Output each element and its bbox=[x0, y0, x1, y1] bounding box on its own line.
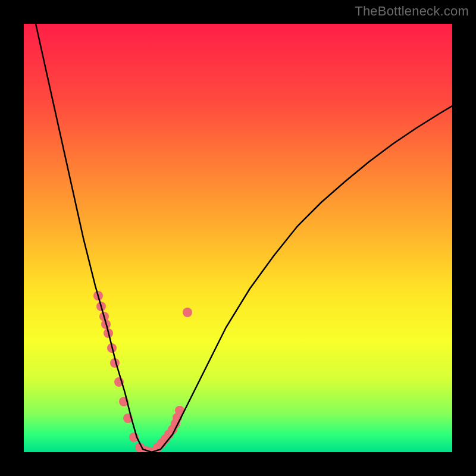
outer-frame: TheBottleneck.com bbox=[0, 0, 476, 476]
chart-svg bbox=[24, 24, 452, 452]
watermark-text: TheBottleneck.com bbox=[355, 4, 469, 19]
scatter-group bbox=[93, 291, 192, 452]
bottleneck-curve bbox=[36, 24, 452, 452]
data-point bbox=[183, 308, 192, 317]
plot-area bbox=[24, 24, 452, 452]
